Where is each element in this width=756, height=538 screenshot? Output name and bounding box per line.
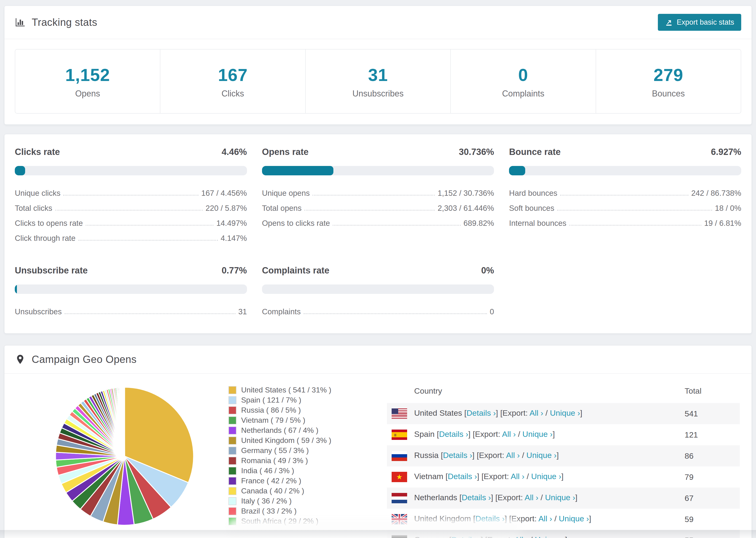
legend-item-canada[interactable]: Canada ( 40 / 2% ): [229, 486, 365, 496]
legend-item-brazil[interactable]: Brazil ( 33 / 2% ): [229, 506, 365, 516]
legend-swatch: [229, 457, 237, 465]
pie-slice-other[interactable]: [124, 387, 125, 456]
legend-label: Netherlands ( 67 / 4% ): [241, 426, 318, 435]
legend-swatch: [229, 487, 237, 495]
rate-row-label: Unsubscribes: [15, 307, 62, 316]
gap: [0, 125, 756, 134]
legend-item-france[interactable]: France ( 42 / 2% ): [229, 476, 365, 486]
legend-label: United States ( 541 / 31% ): [241, 386, 331, 394]
export-unique-link[interactable]: Unique ›: [559, 514, 589, 523]
rate-row: Clicks to opens rate 14.497%: [15, 216, 247, 231]
rate-block-unsubscribe-rate: Unsubscribe rate 0.77% Unsubscribes 31: [15, 265, 247, 319]
rates-grid: Clicks rate 4.46% Unique clicks 167 / 4.…: [4, 134, 752, 333]
legend-item-vietnam[interactable]: Vietnam ( 79 / 5% ): [229, 415, 365, 425]
details-link[interactable]: Details ›: [461, 493, 491, 502]
flag-gb-icon: [392, 514, 407, 524]
rate-row-value: 1,152 / 30.736%: [438, 189, 494, 198]
legend-swatch: [229, 467, 237, 475]
stat-cell-unsubscribes: 31 Unsubscribes: [305, 50, 450, 113]
legend-label: Brazil ( 33 / 2% ): [241, 507, 297, 515]
stat-cell-bounces: 279 Bounces: [596, 50, 741, 113]
export-all-link[interactable]: All ›: [529, 408, 543, 417]
export-all-link[interactable]: All ›: [525, 493, 539, 502]
export-all-link[interactable]: All ›: [511, 472, 524, 481]
progress-bar: [15, 166, 247, 175]
rate-title: Opens rate: [262, 147, 309, 157]
rate-percent: 0.77%: [222, 265, 247, 276]
stat-cell-clicks: 167 Clicks: [160, 50, 305, 113]
stat-label: Bounces: [596, 89, 741, 99]
geo-pie-chart[interactable]: [52, 384, 197, 529]
legend-item-south-africa[interactable]: South Africa ( 29 / 2% ): [229, 516, 365, 526]
geo-table: Country Total United States [Details ›] …: [387, 379, 740, 538]
rate-block-clicks-rate: Clicks rate 4.46% Unique clicks 167 / 4.…: [15, 147, 247, 246]
legend-item-netherlands[interactable]: Netherlands ( 67 / 4% ): [229, 425, 365, 435]
stat-value: 167: [160, 65, 305, 85]
rate-percent: 4.46%: [222, 147, 247, 157]
rate-row-value: 19 / 6.81%: [704, 219, 741, 228]
country-name: United Kingdom: [414, 514, 471, 523]
country-name: Vietnam: [414, 472, 443, 481]
progress-bar-fill: [15, 166, 25, 175]
rate-row: Total clicks 220 / 5.87%: [15, 201, 247, 216]
flag-ru-icon: [392, 451, 407, 461]
country-total: 79: [685, 466, 740, 488]
details-link[interactable]: Details ›: [443, 451, 472, 459]
legend-item-india[interactable]: India ( 46 / 3% ): [229, 466, 365, 476]
details-link[interactable]: Details ›: [452, 535, 481, 538]
export-all-link[interactable]: All ›: [514, 535, 528, 538]
rate-row: Internal bounces 19 / 6.81%: [509, 216, 741, 231]
export-unique-link[interactable]: Unique ›: [545, 493, 575, 502]
dotted-leader: [304, 210, 435, 211]
export-unique-link[interactable]: Unique ›: [550, 408, 580, 417]
table-row-nl: Netherlands [Details ›] [Export: All › /…: [387, 488, 740, 509]
stat-value: 1,152: [15, 65, 160, 85]
export-unique-link[interactable]: Unique ›: [526, 451, 557, 459]
legend-item-spain[interactable]: Spain ( 121 / 7% ): [229, 395, 365, 405]
legend-item-romania[interactable]: Romania ( 49 / 3% ): [229, 456, 365, 466]
flag-nl-icon: [392, 493, 407, 503]
rate-row-label: Unique opens: [262, 189, 310, 198]
geo-table-wrap: Country Total United States [Details ›] …: [387, 379, 740, 538]
legend-swatch: [229, 426, 237, 435]
details-link[interactable]: Details ›: [475, 514, 505, 523]
export-button-label: Export basic stats: [676, 18, 734, 27]
details-link[interactable]: Details ›: [439, 430, 468, 439]
rate-row-label: Internal bounces: [509, 219, 566, 228]
details-link[interactable]: Details ›: [466, 408, 496, 417]
legend-item-united-kingdom[interactable]: United Kingdom ( 59 / 3% ): [229, 435, 365, 446]
country-total: 121: [685, 424, 740, 445]
export-unique-link[interactable]: Unique ›: [522, 430, 553, 439]
legend-item-united-states[interactable]: United States ( 541 / 31% ): [229, 385, 365, 395]
legend-label: Russia ( 86 / 5% ): [241, 406, 301, 414]
legend-label: South Africa ( 29 / 2% ): [241, 517, 318, 525]
legend-label: Romania ( 49 / 3% ): [241, 456, 308, 465]
export-basic-stats-button[interactable]: Export basic stats: [658, 14, 741, 31]
rate-percent: 6.927%: [711, 147, 741, 157]
export-unique-link[interactable]: Unique ›: [531, 472, 561, 481]
legend-swatch: [229, 416, 237, 424]
legend-item-germany[interactable]: Germany ( 55 / 3% ): [229, 446, 365, 456]
dotted-leader: [557, 210, 712, 211]
export-all-link[interactable]: All ›: [538, 514, 552, 523]
export-all-link[interactable]: All ›: [502, 430, 516, 439]
country-total: 55: [685, 530, 740, 538]
export-unique-link[interactable]: Unique ›: [535, 535, 565, 538]
progress-bar: [262, 285, 494, 294]
stat-label: Unsubscribes: [306, 89, 450, 99]
rate-row-label: Opens to clicks rate: [262, 219, 330, 228]
legend-item-russia[interactable]: Russia ( 86 / 5% ): [229, 405, 365, 415]
rate-block-opens-rate: Opens rate 30.736% Unique opens 1,152 / …: [262, 147, 494, 246]
legend-item-italy[interactable]: Italy ( 36 / 2% ): [229, 496, 365, 506]
details-link[interactable]: Details ›: [448, 472, 477, 481]
rate-row: Unique opens 1,152 / 30.736%: [262, 186, 494, 201]
legend-swatch: [229, 517, 237, 525]
legend-swatch: [229, 437, 237, 445]
geo-opens-header: Campaign Geo Opens: [4, 346, 752, 374]
export-all-link[interactable]: All ›: [506, 451, 520, 459]
stat-label: Opens: [15, 89, 160, 99]
stat-value: 0: [451, 65, 595, 85]
tracking-stats-header: Tracking stats Export basic stats: [4, 6, 752, 39]
country-total: 86: [685, 445, 740, 466]
stat-label: Complaints: [451, 89, 595, 99]
